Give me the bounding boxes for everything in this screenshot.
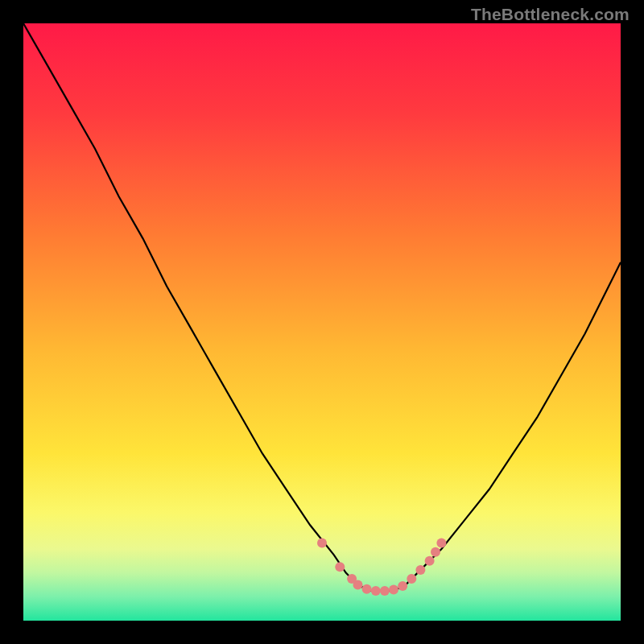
plateau-marker-dot — [436, 539, 446, 548]
plateau-marker-dot — [380, 586, 390, 596]
watermark-text: TheBottleneck.com — [471, 5, 630, 24]
chart-frame: TheBottleneck.com — [0, 0, 644, 644]
gradient-background — [23, 23, 621, 621]
plateau-marker-dot — [407, 574, 416, 584]
plateau-marker-dot — [389, 584, 398, 594]
plateau-marker-dot — [398, 581, 407, 591]
plateau-marker-dot — [335, 562, 345, 572]
plateau-marker-dot — [425, 556, 435, 566]
plateau-marker-dot — [431, 547, 440, 557]
plot-area — [23, 23, 621, 621]
plateau-marker-dot — [362, 584, 372, 594]
plateau-marker-dot — [353, 580, 363, 590]
plateau-marker-dot — [317, 539, 327, 548]
plateau-marker-dot — [415, 565, 425, 575]
plateau-marker-dot — [371, 586, 381, 596]
bottleneck-chart — [23, 23, 621, 621]
